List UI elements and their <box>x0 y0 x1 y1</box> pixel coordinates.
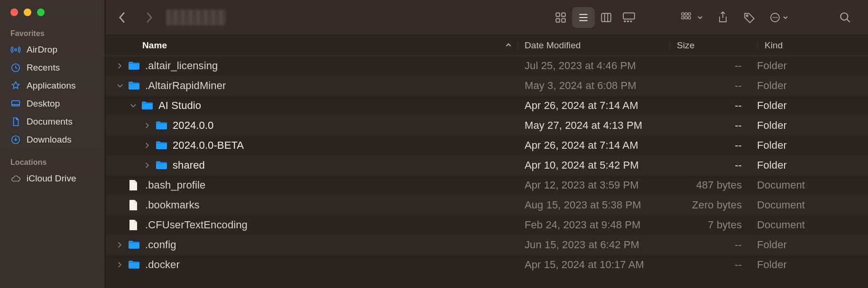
file-size: -- <box>670 139 750 152</box>
disclosure-collapsed-icon[interactable] <box>143 121 152 130</box>
file-row[interactable]: .AltairRapidMinerMay 3, 2024 at 6:08 PM-… <box>105 76 868 96</box>
svg-point-25 <box>840 13 848 20</box>
folder-icon <box>128 259 140 271</box>
file-kind: Folder <box>750 239 868 251</box>
toolbar <box>105 0 868 36</box>
view-list-button[interactable] <box>572 7 595 28</box>
folder-icon <box>128 60 140 72</box>
file-date: Apr 15, 2024 at 10:17 AM <box>518 259 670 271</box>
file-row[interactable]: .CFUserTextEncodingFeb 24, 2023 at 9:48 … <box>105 215 868 235</box>
file-date: May 3, 2024 at 6:08 PM <box>518 80 670 92</box>
file-size: 7 bytes <box>670 219 750 231</box>
document-icon <box>128 179 140 191</box>
sidebar-item-applications[interactable]: Applications <box>0 77 105 95</box>
file-name: .bookmarks <box>145 199 200 211</box>
clock-icon <box>10 63 21 73</box>
forward-button[interactable] <box>138 7 160 28</box>
disclosure-collapsed-icon[interactable] <box>116 241 124 249</box>
download-icon <box>10 135 21 145</box>
file-kind: Folder <box>750 139 868 152</box>
file-kind: Folder <box>750 119 868 132</box>
file-row[interactable]: AI StudioApr 26, 2024 at 7:14 AM--Folder <box>105 96 868 116</box>
disclosure-expanded-icon[interactable] <box>129 101 138 110</box>
file-size: Zero bytes <box>670 199 750 211</box>
disclosure-expanded-icon[interactable] <box>116 81 124 90</box>
share-button[interactable] <box>711 7 734 28</box>
sidebar-item-downloads[interactable]: Downloads <box>0 131 105 149</box>
svg-rect-5 <box>562 13 565 17</box>
back-button[interactable] <box>111 7 134 28</box>
file-row[interactable]: .configJun 15, 2023 at 6:42 PM--Folder <box>105 235 868 255</box>
column-headers: Name Date Modified Size Kind <box>105 36 868 56</box>
disclosure-collapsed-icon <box>116 221 124 229</box>
svg-rect-7 <box>562 18 565 22</box>
column-header-kind[interactable]: Kind <box>758 40 868 51</box>
file-kind: Folder <box>750 99 868 112</box>
tags-button[interactable] <box>738 7 761 28</box>
file-date: Apr 26, 2024 at 7:14 AM <box>518 139 670 152</box>
sidebar-item-desktop[interactable]: Desktop <box>0 95 105 113</box>
svg-rect-17 <box>682 17 684 19</box>
disclosure-collapsed-icon[interactable] <box>143 161 152 170</box>
svg-point-20 <box>747 15 748 17</box>
file-row[interactable]: 2024.0.0-BETAApr 26, 2024 at 7:14 AM--Fo… <box>105 135 868 155</box>
document-icon <box>128 219 140 231</box>
column-header-size[interactable]: Size <box>670 40 758 51</box>
file-date: Apr 26, 2024 at 7:14 AM <box>518 99 670 112</box>
file-kind: Folder <box>750 60 868 72</box>
file-kind: Folder <box>750 80 868 92</box>
column-header-date[interactable]: Date Modified <box>518 40 670 51</box>
applications-icon <box>10 81 21 91</box>
svg-rect-6 <box>556 18 560 22</box>
file-size: -- <box>670 99 750 112</box>
disclosure-collapsed-icon[interactable] <box>116 62 124 70</box>
svg-rect-15 <box>685 13 687 15</box>
svg-rect-18 <box>685 17 687 19</box>
sidebar-item-recents[interactable]: Recents <box>0 59 105 77</box>
sidebar-item-documents[interactable]: Documents <box>0 113 105 131</box>
file-row[interactable]: sharedApr 10, 2024 at 5:42 PM--Folder <box>105 155 868 175</box>
svg-rect-9 <box>601 13 611 21</box>
file-name: .AltairRapidMiner <box>145 80 226 92</box>
view-icons-button[interactable] <box>549 7 572 28</box>
action-menu-button[interactable] <box>765 7 793 28</box>
disclosure-collapsed-icon[interactable] <box>116 261 124 269</box>
sidebar-section-locations: Locations <box>0 156 105 170</box>
disclosure-collapsed-icon <box>116 201 124 209</box>
column-header-name[interactable]: Name <box>105 40 518 51</box>
sidebar-item-label: iCloud Drive <box>27 173 76 184</box>
sidebar-item-airdrop[interactable]: AirDrop <box>0 41 105 59</box>
file-row[interactable]: .dockerApr 15, 2024 at 10:17 AM--Folder <box>105 255 868 275</box>
file-date: Apr 12, 2023 at 3:59 PM <box>518 179 670 191</box>
file-row[interactable]: .bookmarksAug 15, 2023 at 5:38 PMZero by… <box>105 195 868 215</box>
file-row[interactable]: .bash_profileApr 12, 2023 at 3:59 PM487 … <box>105 175 868 195</box>
file-row[interactable]: 2024.0.0May 27, 2024 at 4:13 PM--Folder <box>105 116 868 135</box>
minimize-window-button[interactable] <box>24 9 31 16</box>
desktop-icon <box>10 99 21 109</box>
cloud-icon <box>10 173 21 184</box>
file-name: .config <box>145 239 176 251</box>
file-name: .docker <box>145 259 180 271</box>
sidebar-item-label: Applications <box>27 81 76 91</box>
file-size: -- <box>670 80 750 92</box>
fullscreen-window-button[interactable] <box>37 9 45 16</box>
group-by-button[interactable] <box>676 7 708 28</box>
window-title-redacted <box>166 9 226 26</box>
view-columns-button[interactable] <box>595 7 618 28</box>
file-name: .CFUserTextEncoding <box>145 219 248 231</box>
svg-rect-19 <box>688 17 691 19</box>
svg-rect-10 <box>623 13 635 19</box>
svg-point-22 <box>773 17 774 18</box>
sidebar: Favorites AirDrop Recents Applications D… <box>0 0 105 288</box>
search-button[interactable] <box>834 7 857 28</box>
close-window-button[interactable] <box>10 9 18 16</box>
column-header-label: Size <box>677 40 694 50</box>
sidebar-item-icloud[interactable]: iCloud Drive <box>0 170 105 188</box>
file-name: shared <box>173 159 205 171</box>
disclosure-collapsed-icon[interactable] <box>143 141 152 150</box>
file-row[interactable]: .altair_licensingJul 25, 2023 at 4:46 PM… <box>105 56 868 76</box>
svg-rect-11 <box>624 20 626 22</box>
folder-icon <box>128 80 140 92</box>
view-gallery-button[interactable] <box>618 7 640 28</box>
file-date: Feb 24, 2023 at 9:48 PM <box>518 219 670 231</box>
